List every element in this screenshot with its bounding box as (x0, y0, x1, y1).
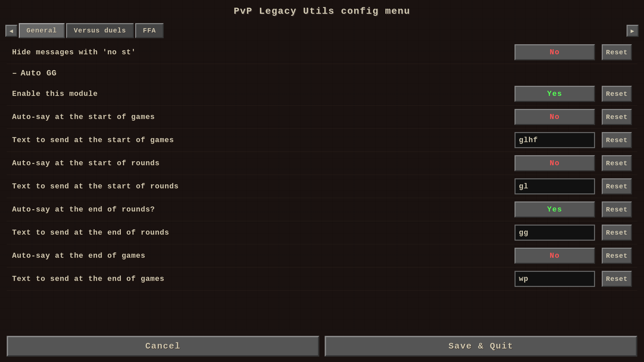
auto-gg-collapse-icon[interactable]: – (12, 69, 17, 78)
text-start-games-reset[interactable]: Reset (602, 132, 632, 148)
text-start-rounds-label: Text to send at the start of rounds (12, 182, 515, 191)
auto-gg-section-header: – Auto GG (7, 64, 637, 82)
text-end-games-row: Text to send at the end of games Reset (7, 267, 637, 291)
tab-ffa[interactable]: FFA (135, 23, 164, 38)
text-start-rounds-input[interactable] (515, 178, 595, 194)
auto-say-start-games-reset[interactable]: Reset (602, 109, 632, 125)
enable-module-toggle[interactable]: Yes (515, 86, 595, 102)
footer: Cancel Save & Quit (0, 330, 644, 362)
auto-say-end-rounds-row: Auto-say at the end of rounds? Yes Reset (7, 198, 637, 221)
auto-say-start-rounds-row: Auto-say at the start of rounds No Reset (7, 152, 637, 175)
auto-say-end-rounds-label: Auto-say at the end of rounds? (12, 205, 515, 214)
text-end-rounds-row: Text to send at the end of rounds Reset (7, 221, 637, 244)
auto-say-start-rounds-label: Auto-say at the start of rounds (12, 159, 515, 168)
auto-say-end-rounds-reset[interactable]: Reset (602, 201, 632, 218)
text-end-games-input[interactable] (515, 271, 595, 287)
text-start-rounds-row: Text to send at the start of rounds Rese… (7, 175, 637, 198)
auto-say-start-rounds-reset[interactable]: Reset (602, 155, 632, 171)
text-end-games-controls: Reset (515, 271, 632, 287)
tab-general[interactable]: General (19, 23, 65, 38)
auto-say-end-games-controls: No Reset (515, 248, 632, 264)
text-start-games-label: Text to send at the start of games (12, 136, 515, 144)
auto-say-start-games-row: Auto-say at the start of games No Reset (7, 106, 637, 129)
hide-messages-label: Hide messages with 'no st' (12, 48, 515, 57)
hide-messages-row: Hide messages with 'no st' No Reset (7, 41, 637, 64)
tab-versus-duels[interactable]: Versus duels (66, 23, 134, 38)
enable-module-controls: Yes Reset (515, 86, 632, 102)
cancel-button[interactable]: Cancel (7, 336, 319, 357)
auto-say-end-rounds-controls: Yes Reset (515, 201, 632, 218)
text-end-games-label: Text to send at the end of games (12, 275, 515, 283)
text-end-rounds-reset[interactable]: Reset (602, 225, 632, 241)
auto-gg-header-label: Auto GG (20, 69, 57, 78)
enable-module-label: Enable this module (12, 90, 515, 98)
auto-say-end-rounds-toggle[interactable]: Yes (515, 201, 595, 218)
auto-say-end-games-row: Auto-say at the end of games No Reset (7, 244, 637, 267)
tab-bar: ◀ General Versus duels FFA ▶ (0, 20, 644, 41)
hide-messages-reset[interactable]: Reset (602, 44, 632, 60)
auto-say-start-games-controls: No Reset (515, 109, 632, 125)
text-end-rounds-controls: Reset (515, 225, 632, 241)
auto-say-start-rounds-toggle[interactable]: No (515, 155, 595, 171)
auto-say-start-games-toggle[interactable]: No (515, 109, 595, 125)
text-start-rounds-controls: Reset (515, 178, 632, 194)
auto-say-start-rounds-controls: No Reset (515, 155, 632, 171)
auto-say-end-games-toggle[interactable]: No (515, 248, 595, 264)
enable-module-reset[interactable]: Reset (602, 86, 632, 102)
right-arrow-button[interactable]: ▶ (627, 25, 639, 37)
auto-say-end-games-label: Auto-say at the end of games (12, 252, 515, 260)
hide-messages-controls: No Reset (515, 44, 632, 60)
auto-say-start-games-label: Auto-say at the start of games (12, 113, 515, 121)
page-title: PvP Legacy Utils config menu (0, 0, 644, 20)
content-area: Hide messages with 'no st' No Reset – Au… (0, 41, 644, 330)
auto-say-end-games-reset[interactable]: Reset (602, 248, 632, 264)
hide-messages-toggle[interactable]: No (515, 44, 595, 60)
text-end-rounds-label: Text to send at the end of rounds (12, 229, 515, 237)
save-quit-button[interactable]: Save & Quit (325, 336, 637, 357)
enable-module-row: Enable this module Yes Reset (7, 82, 637, 106)
left-arrow-button[interactable]: ◀ (5, 25, 17, 37)
text-start-games-input[interactable] (515, 132, 595, 148)
text-start-games-row: Text to send at the start of games Reset (7, 129, 637, 152)
text-start-rounds-reset[interactable]: Reset (602, 178, 632, 194)
text-start-games-controls: Reset (515, 132, 632, 148)
text-end-rounds-input[interactable] (515, 225, 595, 241)
text-end-games-reset[interactable]: Reset (602, 271, 632, 287)
